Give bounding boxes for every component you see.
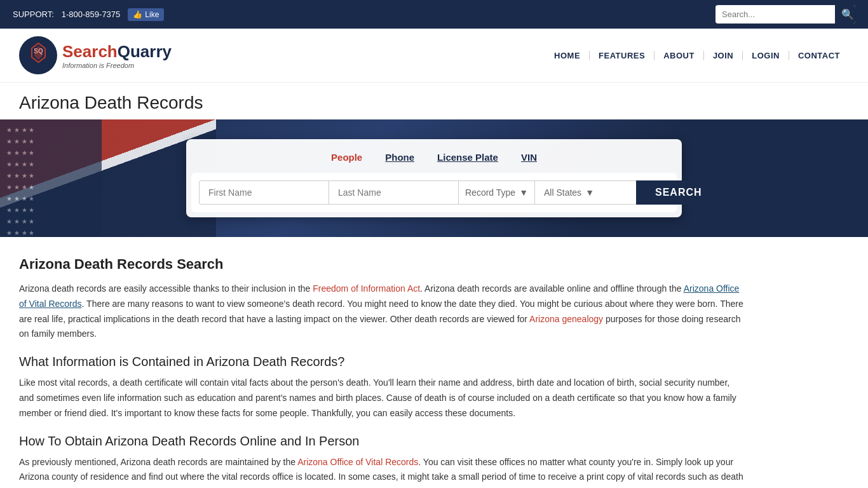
logo-svg: SQ [21, 38, 56, 73]
search-tabs: People Phone License Plate VIN [186, 139, 682, 168]
support-label: SUPPORT: [13, 10, 54, 19]
logo-icon: SQ [19, 36, 57, 74]
tab-phone[interactable]: Phone [374, 147, 426, 168]
section2-paragraph1: Like most vital records, a death certifi… [19, 376, 743, 421]
page-title: Arizona Death Records [19, 93, 849, 113]
page-title-section: Arizona Death Records [0, 83, 868, 119]
top-bar: SUPPORT: 1-800-859-7375 👍 Like 🔍 [0, 0, 868, 29]
logo-text: SearchQuarry Information is Freedom [62, 42, 172, 69]
svg-text:★ ★ ★ ★: ★ ★ ★ ★ [6, 184, 34, 191]
search-form: Record Type ▼ All States ▼ SEARCH [191, 173, 677, 212]
section3-title: How To Obtain Arizona Death Records Onli… [19, 434, 743, 449]
svg-text:★ ★ ★ ★: ★ ★ ★ ★ [6, 149, 34, 156]
section2-title: What Information is Contained in Arizona… [19, 355, 743, 369]
section1-title: Arizona Death Records Search [19, 256, 743, 273]
tab-people[interactable]: People [320, 147, 374, 168]
last-name-input[interactable] [329, 180, 458, 205]
freedom-of-info-link[interactable]: Freedom of Information Act [313, 283, 420, 294]
nav-login[interactable]: LOGIN [743, 51, 789, 60]
flag-stars: ★ ★ ★ ★ ★ ★ ★ ★ ★ ★ ★ ★ ★ ★ ★ ★ ★ ★ ★ ★ … [0, 119, 102, 237]
logo: SQ SearchQuarry Information is Freedom [19, 36, 172, 74]
all-states-dropdown[interactable]: All States ▼ [534, 180, 636, 205]
logo-name: SearchQuarry [62, 42, 172, 62]
tab-vin[interactable]: VIN [510, 147, 548, 168]
header: SQ SearchQuarry Information is Freedom H… [0, 29, 868, 83]
svg-text:★ ★ ★ ★: ★ ★ ★ ★ [6, 138, 34, 145]
svg-text:★ ★ ★ ★: ★ ★ ★ ★ [6, 195, 34, 202]
top-search-input[interactable] [715, 6, 835, 22]
logo-name-part1: Search [62, 42, 118, 61]
nav-features[interactable]: FEATURES [590, 51, 654, 60]
first-name-input[interactable] [199, 180, 329, 205]
search-button[interactable]: SEARCH [636, 180, 721, 205]
all-states-label: All States [544, 187, 581, 198]
section1-paragraph1: Arizona death records are easily accessi… [19, 281, 743, 342]
nav-home[interactable]: HOME [545, 51, 590, 60]
nav-join[interactable]: JOIN [704, 51, 743, 60]
hero-banner: ★ ★ ★ ★ ★ ★ ★ ★ ★ ★ ★ ★ ★ ★ ★ ★ ★ ★ ★ ★ … [0, 119, 868, 237]
svg-text:★ ★ ★ ★: ★ ★ ★ ★ [6, 126, 34, 133]
record-type-dropdown[interactable]: Record Type ▼ [458, 180, 534, 205]
all-states-chevron: ▼ [585, 187, 594, 198]
nav-contact[interactable]: CONTACT [789, 51, 849, 60]
content-area: Arizona Death Records Search Arizona dea… [0, 237, 763, 488]
svg-text:★ ★ ★ ★: ★ ★ ★ ★ [6, 229, 34, 236]
search-card: People Phone License Plate VIN Record Ty… [186, 139, 682, 217]
section3-paragraph1: As previously mentioned, Arizona death r… [19, 455, 743, 488]
svg-text:★ ★ ★ ★: ★ ★ ★ ★ [6, 207, 34, 214]
record-type-label: Record Type [465, 187, 515, 198]
facebook-icon: 👍 [133, 10, 142, 19]
logo-tagline: Information is Freedom [62, 62, 172, 69]
fb-like-label: Like [145, 10, 159, 19]
logo-name-part2: Quarry [118, 42, 172, 61]
support-phone: 1-800-859-7375 [62, 10, 121, 19]
az-vital-records-link2[interactable]: Arizona Office of Vital Records [297, 457, 418, 467]
svg-text:★ ★ ★ ★: ★ ★ ★ ★ [6, 172, 34, 179]
nav-about[interactable]: ABOUT [654, 51, 704, 60]
stars-overlay: ★ ★ ★ ★ ★ ★ ★ ★ ★ ★ ★ ★ ★ ★ ★ ★ ★ ★ ★ ★ … [0, 119, 102, 237]
az-genealogy-link[interactable]: Arizona genealogy [529, 314, 603, 324]
tab-license-plate[interactable]: License Plate [426, 147, 510, 168]
record-type-chevron: ▼ [519, 187, 528, 198]
svg-text:★ ★ ★ ★: ★ ★ ★ ★ [6, 218, 34, 225]
top-search-bar: 🔍 [715, 5, 855, 24]
top-search-button[interactable]: 🔍 [835, 5, 855, 24]
main-nav: HOME FEATURES ABOUT JOIN LOGIN CONTACT [545, 51, 849, 60]
support-info: SUPPORT: 1-800-859-7375 👍 Like [13, 8, 164, 21]
svg-text:★ ★ ★ ★: ★ ★ ★ ★ [6, 161, 34, 168]
facebook-like-button[interactable]: 👍 Like [128, 8, 164, 21]
